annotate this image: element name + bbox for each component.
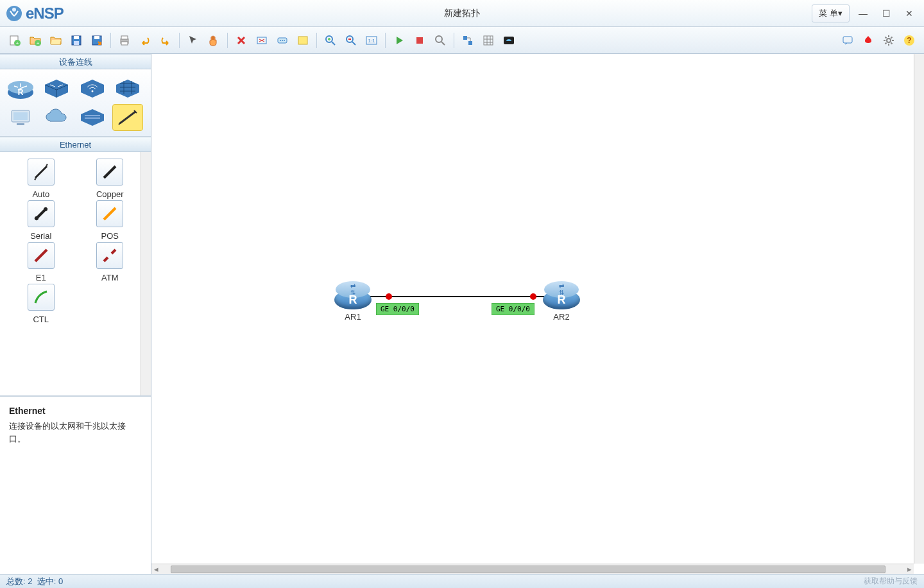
stop-device-button[interactable] xyxy=(410,31,429,50)
category-hub[interactable] xyxy=(77,104,108,131)
pan-tool-button[interactable] xyxy=(204,31,223,50)
device-category-grid: R xyxy=(0,69,151,137)
svg-text:1:1: 1:1 xyxy=(368,38,375,44)
status-watermark: 获取帮助与反馈 xyxy=(864,576,918,587)
svg-point-17 xyxy=(280,40,281,41)
svg-point-18 xyxy=(282,40,283,41)
select-tool-button[interactable] xyxy=(184,31,203,50)
svg-point-42 xyxy=(35,216,38,220)
broken-link-button[interactable] xyxy=(252,31,271,50)
cable-e1-icon xyxy=(28,242,55,269)
cable-atm-label: ATM xyxy=(101,273,118,282)
svg-rect-20 xyxy=(298,37,307,44)
router-letter: R xyxy=(558,293,566,307)
new-project-button[interactable]: + xyxy=(26,31,45,50)
cable-atm-icon xyxy=(96,242,123,269)
cable-e1[interactable]: E1 xyxy=(13,242,69,282)
text-tool-button[interactable] xyxy=(273,31,292,50)
minimize-button[interactable]: — xyxy=(853,6,873,21)
separator xyxy=(179,33,180,48)
save-as-button[interactable] xyxy=(87,31,107,50)
svg-rect-27 xyxy=(463,36,467,40)
cable-auto[interactable]: Auto xyxy=(13,159,69,199)
capture-button[interactable] xyxy=(431,31,450,50)
device-label-AR1: AR1 xyxy=(345,312,361,322)
port-label-AR1[interactable]: GE 0/0/0 xyxy=(376,303,419,315)
svg-rect-9 xyxy=(74,41,79,45)
category-router[interactable]: R xyxy=(5,74,36,101)
link-port-dot-AR1[interactable] xyxy=(386,293,392,300)
svg-point-19 xyxy=(284,40,285,41)
app-name: eNSP xyxy=(26,4,64,22)
link-port-dot-AR2[interactable] xyxy=(530,293,536,300)
feedback-button[interactable] xyxy=(838,31,857,50)
category-cable[interactable] xyxy=(112,104,143,131)
redo-button[interactable] xyxy=(156,31,175,50)
svg-rect-13 xyxy=(121,36,128,39)
status-selected-value: 0 xyxy=(58,576,63,586)
category-switch[interactable] xyxy=(41,74,72,101)
cable-e1-label: E1 xyxy=(36,273,46,282)
svg-rect-31 xyxy=(843,37,852,43)
canvas-scrollbar-v[interactable] xyxy=(914,54,924,564)
cable-ctl[interactable]: CTL xyxy=(13,284,69,324)
sidebar: 设备连线 R Ethernet Auto Copper xyxy=(0,54,151,574)
cable-ctl-icon xyxy=(28,284,55,311)
menu-button[interactable]: 菜 单▾ xyxy=(812,4,850,22)
cloud-tool-button[interactable] xyxy=(499,31,518,50)
svg-text:+: + xyxy=(37,40,40,46)
open-button[interactable] xyxy=(46,31,65,50)
device-AR2[interactable]: ⇄⇅ R AR2 xyxy=(543,279,580,322)
separator xyxy=(454,33,454,48)
category-firewall[interactable] xyxy=(112,74,143,101)
new-topology-button[interactable]: + xyxy=(5,31,24,50)
device-list-button[interactable] xyxy=(458,31,477,50)
toolbar: + + 1:1 ? xyxy=(0,27,924,54)
start-device-button[interactable] xyxy=(389,31,409,50)
device-panel-header: 设备连线 xyxy=(0,54,151,69)
cable-copper-label: Copper xyxy=(96,189,124,199)
note-tool-button[interactable] xyxy=(293,31,312,50)
cable-grid: Auto Copper Serial POS E1 xyxy=(0,152,151,331)
cable-copper[interactable]: Copper xyxy=(82,159,139,199)
separator xyxy=(110,33,111,48)
canvas-inner: GE 0/0/0 GE 0/0/0 ⇄⇅ R AR1 ⇄⇅ R AR2 xyxy=(151,54,924,574)
separator xyxy=(385,33,386,48)
category-cloud[interactable] xyxy=(41,104,72,131)
link-AR1-AR2[interactable] xyxy=(370,296,556,297)
zoom-in-button[interactable] xyxy=(321,31,340,50)
category-pc[interactable] xyxy=(5,104,36,131)
svg-point-43 xyxy=(44,207,47,211)
cable-list-scrollbar[interactable] xyxy=(141,152,151,395)
separator xyxy=(227,33,228,48)
cable-pos-label: POS xyxy=(101,231,119,241)
status-total-label: 总数: xyxy=(6,576,26,587)
zoom-out-button[interactable] xyxy=(341,31,361,50)
scrollbar-thumb[interactable] xyxy=(171,566,886,573)
maximize-button[interactable]: ☐ xyxy=(877,6,896,21)
huawei-button[interactable] xyxy=(859,31,878,50)
port-label-AR2[interactable]: GE 0/0/0 xyxy=(492,303,535,315)
svg-point-32 xyxy=(887,39,891,42)
settings-button[interactable] xyxy=(879,31,898,50)
undo-button[interactable] xyxy=(135,31,155,50)
save-button[interactable] xyxy=(67,31,86,50)
device-AR1[interactable]: ⇄⇅ R AR1 xyxy=(334,279,372,322)
category-wlan[interactable] xyxy=(77,74,108,101)
status-bar: 总数: 2 选中: 0 获取帮助与反馈 xyxy=(0,574,924,588)
delete-button[interactable] xyxy=(232,31,251,50)
print-button[interactable] xyxy=(115,31,134,50)
canvas-scrollbar-h[interactable]: ◂ ▸ xyxy=(151,564,914,574)
status-total-value: 2 xyxy=(28,576,32,586)
cable-atm[interactable]: ATM xyxy=(82,242,139,282)
window-title: 新建拓扑 xyxy=(444,8,480,19)
cable-serial[interactable]: Serial xyxy=(13,200,69,241)
cable-pos[interactable]: POS xyxy=(82,200,139,241)
close-button[interactable]: ✕ xyxy=(900,6,919,21)
topology-canvas[interactable]: GE 0/0/0 GE 0/0/0 ⇄⇅ R AR1 ⇄⇅ R AR2 xyxy=(151,54,924,574)
help-button[interactable]: ? xyxy=(900,31,919,50)
grid-button[interactable] xyxy=(479,31,498,50)
zoom-fit-button[interactable]: 1:1 xyxy=(362,31,381,50)
svg-point-38 xyxy=(91,91,93,92)
logo-icon xyxy=(5,4,23,22)
